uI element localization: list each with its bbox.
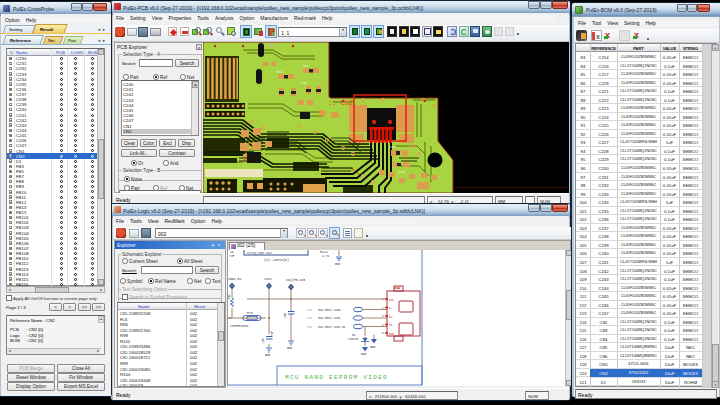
svg-text:R40: R40 [399, 170, 405, 174]
svg-text:C20M8F101MC: C20M8F101MC [230, 325, 249, 328]
svg-text:GND: GND [370, 346, 376, 349]
svg-text:GND: GND [335, 263, 341, 266]
svg-text:ID: ID [389, 324, 393, 327]
svg-text:?uF: ?uF [271, 331, 274, 336]
svg-text:4.7K: 4.7K [322, 255, 329, 258]
svg-text:C85: C85 [284, 313, 287, 318]
svg-text:MCU NAND EEPROM VIDEO: MCU NAND EEPROM VIDEO [285, 374, 388, 381]
svg-text:CN1: CN1 [265, 43, 277, 50]
svg-text:TXT: TXT [307, 317, 313, 320]
svg-text:R83: R83 [276, 70, 282, 74]
svg-text:D-: D- [389, 307, 393, 310]
svg-text:SVCC: SVCC [264, 277, 272, 281]
svg-text:MJ?CKQ.vMpa.sAnv: MJ?CKQ.vMpa.sAnv [247, 252, 272, 255]
svg-text:TXT: TXT [307, 309, 313, 312]
svg-text:R96: R96 [228, 294, 231, 299]
svg-text:R82: R82 [303, 64, 309, 68]
svg-text:C35: C35 [301, 81, 307, 85]
svg-text:?uF: ?uF [229, 255, 235, 258]
svg-text:(C)--noPix(E): (C)--noPix(E) [264, 258, 289, 262]
svg-text:VCC: VCC [389, 299, 394, 302]
svg-text:VCC(PB.USB: VCC(PB.USB [286, 278, 305, 282]
svg-text:MCU.HOST.USB.1D: MCU.HOST.USB.1D [318, 326, 345, 329]
svg-text:MCU.HOST.USB-: MCU.HOST.USB- [318, 317, 342, 320]
svg-text:CN2: CN2 [394, 286, 400, 290]
svg-text:D+: D+ [389, 316, 393, 319]
svg-text:R114: R114 [320, 250, 328, 254]
svg-text:GND: GND [265, 354, 271, 357]
svg-text:TXT: TXT [307, 326, 313, 329]
svg-text:GND: GND [287, 347, 293, 350]
svg-text:VS0415: VS0415 [348, 338, 358, 341]
svg-text:C86: C86 [262, 338, 265, 343]
svg-text:FL6: FL6 [247, 311, 253, 315]
svg-text:VDDC.5V: VDDC.5V [228, 277, 241, 281]
svg-text:MCU.HOST.USB+: MCU.HOST.USB+ [318, 309, 342, 312]
svg-text:C9: C9 [230, 251, 234, 254]
svg-text:C124: C124 [389, 145, 397, 149]
svg-text:GND: GND [389, 333, 394, 336]
svg-text:GND: GND [361, 353, 367, 356]
